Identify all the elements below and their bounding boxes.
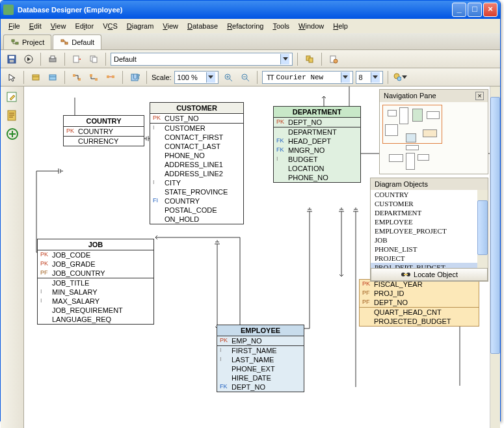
export-button[interactable] bbox=[70, 52, 84, 66]
entity-field[interactable]: PKEMP_NO bbox=[217, 336, 304, 345]
objlist-item[interactable]: COUNTRY bbox=[371, 190, 488, 199]
entity-customer[interactable]: CUSTOMER PKCUST_NO ICUSTOMERCONTACT_FIRS… bbox=[150, 102, 244, 224]
entity-field[interactable]: PHONE_NO bbox=[150, 151, 243, 160]
entity-field[interactable]: LANGUAGE_REQ bbox=[38, 315, 153, 324]
navpane-close-button[interactable]: × bbox=[475, 92, 484, 100]
navpane-body[interactable] bbox=[380, 102, 488, 174]
copy-button[interactable] bbox=[86, 52, 101, 66]
tools-button[interactable] bbox=[326, 52, 341, 66]
menu-view2[interactable]: View bbox=[159, 21, 182, 31]
run-button[interactable] bbox=[21, 52, 36, 66]
entity-field[interactable]: ICITY bbox=[150, 178, 243, 187]
entity-field[interactable]: PKDEPT_NO bbox=[274, 118, 360, 127]
entity-field[interactable]: IFIRST_NAME bbox=[217, 346, 304, 355]
zoom-out-button[interactable] bbox=[238, 70, 252, 85]
entity-field[interactable]: PKJOB_GRADE bbox=[38, 260, 153, 269]
font-size-combo[interactable]: 8 bbox=[356, 71, 383, 84]
menu-vcs[interactable]: VCS bbox=[99, 21, 122, 31]
entity-field[interactable]: CONTACT_FIRST bbox=[150, 133, 243, 142]
menu-diagram[interactable]: Diagram bbox=[123, 21, 158, 31]
entity-field[interactable]: IMAX_SALARY bbox=[38, 297, 153, 306]
menu-help[interactable]: Help bbox=[329, 21, 352, 31]
entity-field[interactable]: PROJECTED_BUDGET bbox=[360, 317, 479, 326]
entity-field[interactable]: ON_HOLD bbox=[150, 215, 243, 224]
entity-field[interactable]: JOB_REQUIREMENT bbox=[38, 306, 153, 315]
minimize-button[interactable]: _ bbox=[452, 3, 466, 17]
entity-field[interactable]: LOCATION bbox=[274, 164, 360, 173]
objlist-item[interactable]: PROJECT bbox=[371, 254, 488, 263]
objpane-scrollbar[interactable] bbox=[477, 190, 488, 268]
entity-field[interactable]: IBUDGET bbox=[274, 155, 360, 164]
entity-budget[interactable]: PKFISCAL_YEARPFPROJ_IDPFDEPT_NO QUART_HE… bbox=[359, 279, 479, 327]
menu-refactoring[interactable]: Refactoring bbox=[223, 21, 267, 31]
objlist-item[interactable]: JOB bbox=[371, 235, 488, 245]
entity-field[interactable]: PHONE_EXT bbox=[217, 364, 304, 373]
script-tool[interactable] bbox=[5, 109, 20, 123]
menu-tools[interactable]: Tools bbox=[269, 21, 293, 31]
entity-field[interactable]: ICUSTOMER bbox=[150, 124, 243, 133]
selector-combo[interactable]: Default bbox=[111, 53, 293, 66]
menu-editor[interactable]: Editor bbox=[71, 21, 98, 31]
menu-edit[interactable]: Edit bbox=[25, 21, 46, 31]
objpane-list[interactable]: COUNTRYCUSTOMERDEPARTMENTEMPLOYEEEMPLOYE… bbox=[371, 190, 488, 268]
objlist-item[interactable]: PHONE_LIST bbox=[371, 245, 488, 254]
print-button[interactable] bbox=[46, 52, 60, 66]
entity-field[interactable]: PFJOB_COUNTRY bbox=[38, 269, 153, 278]
entity-field[interactable]: PFDEPT_NO bbox=[360, 298, 479, 307]
objlist-item[interactable]: DEPARTMENT bbox=[371, 208, 488, 217]
entity-field[interactable]: JOB_TITLE bbox=[38, 278, 153, 288]
entity-field[interactable]: FICOUNTRY bbox=[150, 196, 243, 206]
entity-country[interactable]: COUNTRY PKCOUNTRY CURRENCY bbox=[63, 115, 144, 146]
objlist-item[interactable]: PROJ_DEPT_BUDGET bbox=[371, 263, 488, 268]
objlist-item[interactable]: EMPLOYEE bbox=[371, 217, 488, 226]
tab-project[interactable]: Project bbox=[3, 34, 51, 49]
entity-employee[interactable]: EMPLOYEE PKEMP_NO IFIRST_NAMEILAST_NAMEP… bbox=[217, 325, 304, 392]
relation-tool-3[interactable] bbox=[103, 70, 118, 85]
entity-field[interactable]: FKHEAD_DEPT bbox=[274, 137, 360, 146]
diagram-canvas[interactable]: COUNTRY PKCOUNTRY CURRENCY CUSTOMER PKCU… bbox=[24, 87, 490, 428]
menu-window[interactable]: Window bbox=[295, 21, 328, 31]
add-tool[interactable] bbox=[5, 127, 20, 141]
entity-field[interactable]: STATE_PROVINCE bbox=[150, 187, 243, 196]
save-button[interactable] bbox=[5, 52, 19, 66]
entity-field[interactable]: PKJOB_CODE bbox=[38, 250, 153, 260]
maximize-button[interactable]: □ bbox=[468, 3, 482, 17]
entity-field[interactable]: IMIN_SALARY bbox=[38, 288, 153, 297]
font-combo[interactable]: TT Courier New bbox=[262, 71, 353, 84]
relation-tool-1[interactable] bbox=[70, 70, 84, 85]
edit-tool[interactable] bbox=[5, 90, 20, 105]
entity-field[interactable]: PHONE_NO bbox=[274, 173, 360, 182]
menu-view[interactable]: View bbox=[47, 21, 70, 31]
entity-field[interactable]: CURRENCY bbox=[64, 137, 144, 146]
entity-field[interactable]: QUART_HEAD_CNT bbox=[360, 308, 479, 317]
entity-field[interactable]: PKCUST_NO bbox=[150, 114, 243, 123]
objlist-item[interactable]: CUSTOMER bbox=[371, 199, 488, 208]
close-button[interactable]: × bbox=[483, 3, 497, 17]
menu-database[interactable]: Database bbox=[183, 21, 222, 31]
entity-job[interactable]: JOB PKJOB_CODEPKJOB_GRADEPFJOB_COUNTRY J… bbox=[37, 239, 154, 325]
menu-file[interactable]: File bbox=[5, 21, 24, 31]
zoom-in-button[interactable] bbox=[221, 70, 235, 85]
v-scrollbar[interactable] bbox=[490, 87, 500, 428]
pointer-tool[interactable] bbox=[5, 70, 19, 85]
entity-field[interactable]: POSTAL_CODE bbox=[150, 206, 243, 215]
options-button[interactable] bbox=[393, 70, 407, 85]
objlist-item[interactable]: EMPLOYEE_PROJECT bbox=[371, 226, 488, 235]
entity-field[interactable]: ADDRESS_LINE1 bbox=[150, 160, 243, 169]
note-tool[interactable]: UN bbox=[127, 70, 142, 85]
refresh-button[interactable] bbox=[302, 52, 317, 66]
entity-field[interactable]: ADDRESS_LINE2 bbox=[150, 169, 243, 178]
entity-field[interactable]: DEPARTMENT bbox=[274, 127, 360, 137]
diagram-objects-pane[interactable]: Diagram Objects COUNTRYCUSTOMERDEPARTMEN… bbox=[370, 178, 488, 282]
entity-field[interactable]: FKMNGR_NO bbox=[274, 146, 360, 155]
locate-object-button[interactable]: Locate Object bbox=[371, 268, 488, 281]
entity-field[interactable]: PFPROJ_ID bbox=[360, 289, 479, 298]
entity-field[interactable]: CONTACT_LAST bbox=[150, 142, 243, 151]
titlebar[interactable]: Database Designer (Employee) _ □ × bbox=[1, 1, 500, 19]
entity-field[interactable]: HIRE_DATE bbox=[217, 373, 304, 382]
entity-field[interactable]: PKCOUNTRY bbox=[64, 127, 144, 136]
scale-combo[interactable]: 100 % bbox=[174, 71, 219, 84]
table-tool[interactable] bbox=[29, 70, 43, 85]
navigation-pane[interactable]: Navigation Pane × bbox=[379, 89, 488, 174]
tab-default[interactable]: Default bbox=[53, 34, 101, 49]
